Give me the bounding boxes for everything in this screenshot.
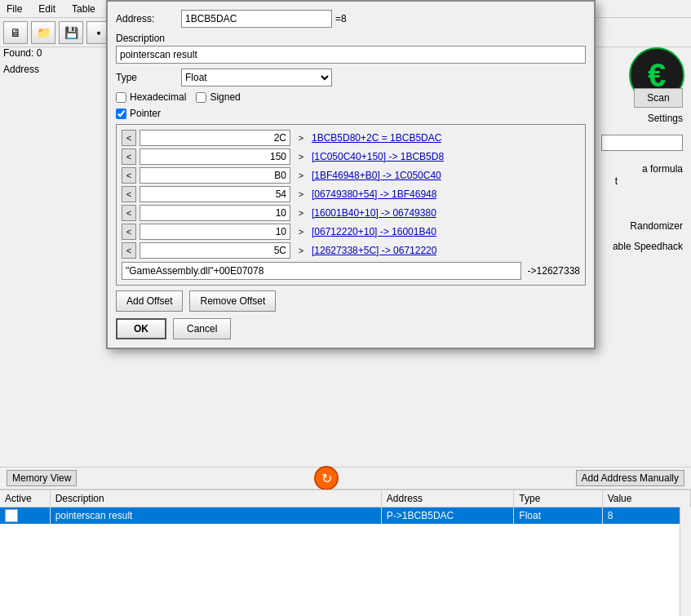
offset-dec-4[interactable]: < bbox=[122, 205, 136, 221]
col-value: Value bbox=[602, 490, 690, 507]
ok-button[interactable]: OK bbox=[116, 318, 166, 339]
offset-input-5[interactable] bbox=[140, 224, 290, 240]
add-address-button[interactable]: Add Address Manually bbox=[576, 470, 684, 486]
memory-view-button[interactable]: Memory View bbox=[7, 470, 77, 486]
pointer-checkbox[interactable] bbox=[116, 109, 126, 119]
pointer-checkbox-row: Pointer bbox=[116, 108, 586, 119]
pointer-link-1[interactable]: [1C050C40+150] -> 1BCB5D8 bbox=[312, 151, 444, 162]
pointer-link-0[interactable]: 1BCB5D80+2C = 1BCB5DAC bbox=[312, 132, 441, 144]
offset-dec-1[interactable]: < bbox=[122, 148, 136, 165]
t-label: t bbox=[615, 175, 618, 187]
row-active bbox=[0, 507, 50, 524]
row-address: P->1BCB5DAC bbox=[381, 507, 513, 524]
arrow-right-5: > bbox=[294, 224, 308, 240]
pointer-section: < > 1BCB5D80+2C = 1BCB5DAC < > [1C050C40… bbox=[116, 124, 586, 286]
base-arrow: ->12627338 bbox=[528, 265, 580, 277]
base-module-input[interactable] bbox=[122, 262, 521, 280]
pointer-row-4: < > [16001B40+10] -> 06749380 bbox=[122, 205, 580, 221]
address-label: Address: bbox=[116, 13, 181, 24]
address-input[interactable] bbox=[181, 10, 332, 28]
row-description: pointerscan result bbox=[50, 507, 381, 524]
type-label: Type bbox=[116, 72, 181, 83]
pointer-link-4[interactable]: [16001B40+10] -> 06749380 bbox=[312, 207, 436, 219]
hexadecimal-label: Hexadecimal bbox=[130, 91, 186, 103]
scan-button[interactable]: Scan bbox=[634, 88, 683, 108]
pointer-row-5: < > [06712220+10] -> 16001B40 bbox=[122, 224, 580, 240]
pointer-link-2[interactable]: [1BF46948+B0] -> 1C050C40 bbox=[312, 170, 441, 181]
found-count: Found: 0 bbox=[3, 47, 42, 59]
settings-label[interactable]: Settings bbox=[648, 113, 683, 124]
offset-input-4[interactable] bbox=[140, 205, 290, 221]
offset-input-6[interactable] bbox=[140, 242, 290, 259]
col-description: Description bbox=[50, 490, 381, 507]
col-type: Type bbox=[514, 490, 602, 507]
menu-table[interactable]: Table bbox=[69, 2, 99, 16]
formula-label[interactable]: a formula bbox=[642, 163, 683, 175]
col-address: Address bbox=[381, 490, 513, 507]
offset-input-0[interactable] bbox=[140, 130, 290, 146]
menu-file[interactable]: File bbox=[3, 2, 25, 16]
bottom-bar: Memory View ↻ Add Address Manually bbox=[0, 467, 691, 490]
pointer-row-0: < > 1BCB5D80+2C = 1BCB5DAC bbox=[122, 130, 580, 146]
checkbox-row: Hexadecimal Signed bbox=[116, 91, 586, 103]
signed-checkbox[interactable] bbox=[196, 92, 206, 103]
pointer-label: Pointer bbox=[130, 108, 161, 119]
pointer-row-3: < > [06749380+54] -> 1BF46948 bbox=[122, 186, 580, 202]
offset-input-2[interactable] bbox=[140, 167, 290, 184]
table-scrollbar[interactable] bbox=[680, 507, 691, 616]
pointer-link-3[interactable]: [06749380+54] -> 1BF46948 bbox=[312, 188, 436, 200]
search-input-right[interactable] bbox=[601, 135, 683, 151]
menu-edit[interactable]: Edit bbox=[35, 2, 59, 16]
folder-button[interactable]: 📁 bbox=[31, 21, 55, 44]
cancel-button[interactable]: Cancel bbox=[173, 318, 231, 339]
address-dialog: Address: =8 Description Type FloatDouble… bbox=[106, 0, 596, 349]
save-button[interactable]: 💾 bbox=[59, 21, 83, 44]
type-row: Type FloatDoubleByte2 Bytes4 Bytes8 Byte… bbox=[116, 69, 586, 86]
monitor-button[interactable]: 🖥 bbox=[3, 21, 28, 44]
offset-dec-3[interactable]: < bbox=[122, 186, 136, 202]
pointer-row-1: < > [1C050C40+150] -> 1BCB5D8 bbox=[122, 148, 580, 165]
address-table-container: Active Description Address Type Value po… bbox=[0, 490, 691, 616]
address-row: Address: =8 bbox=[116, 10, 586, 28]
offset-action-row: Add Offset Remove Offset bbox=[116, 290, 586, 312]
offset-dec-5[interactable]: < bbox=[122, 224, 136, 240]
col-active: Active bbox=[0, 490, 50, 507]
hexadecimal-checkbox[interactable] bbox=[116, 92, 126, 103]
row-value: 8 bbox=[602, 507, 690, 524]
arrow-right-1: > bbox=[294, 148, 308, 165]
speedhack-label[interactable]: able Speedhack bbox=[613, 241, 683, 252]
offset-input-3[interactable] bbox=[140, 186, 290, 202]
description-input[interactable] bbox=[116, 46, 586, 64]
randomizer-label[interactable]: Randomizer bbox=[630, 220, 683, 232]
arrow-right-0: > bbox=[294, 130, 308, 146]
table-row[interactable]: pointerscan result P->1BCB5DAC Float 8 bbox=[0, 507, 691, 524]
offset-dec-0[interactable]: < bbox=[122, 130, 136, 146]
signed-checkbox-label[interactable]: Signed bbox=[196, 91, 240, 103]
offset-dec-2[interactable]: < bbox=[122, 167, 136, 184]
hexadecimal-checkbox-label[interactable]: Hexadecimal bbox=[116, 91, 186, 103]
address-column-label: Address bbox=[3, 64, 39, 75]
row-type: Float bbox=[514, 507, 602, 524]
address-suffix: =8 bbox=[335, 13, 347, 24]
offset-input-1[interactable] bbox=[140, 148, 290, 165]
description-row: Description bbox=[116, 33, 586, 64]
type-select[interactable]: FloatDoubleByte2 Bytes4 Bytes8 BytesStri… bbox=[181, 69, 332, 86]
arrow-right-2: > bbox=[294, 167, 308, 184]
pointer-row-2: < > [1BF46948+B0] -> 1C050C40 bbox=[122, 167, 580, 184]
base-module-row: ->12627338 bbox=[122, 262, 580, 280]
pointer-link-5[interactable]: [06712220+10] -> 16001B40 bbox=[312, 226, 436, 237]
address-table: Active Description Address Type Value po… bbox=[0, 490, 691, 524]
signed-label: Signed bbox=[210, 91, 240, 103]
description-label: Description bbox=[116, 33, 586, 44]
arrow-right-4: > bbox=[294, 205, 308, 221]
scan-indicator: ↻ bbox=[314, 466, 339, 490]
pointer-link-6[interactable]: [12627338+5C] -> 06712220 bbox=[312, 245, 436, 256]
offset-dec-6[interactable]: < bbox=[122, 242, 136, 259]
pointer-row-6: < > [12627338+5C] -> 06712220 bbox=[122, 242, 580, 259]
add-offset-button[interactable]: Add Offset bbox=[116, 290, 183, 312]
arrow-right-3: > bbox=[294, 186, 308, 202]
arrow-right-6: > bbox=[294, 242, 308, 259]
remove-offset-button[interactable]: Remove Offset bbox=[189, 290, 276, 312]
dialog-btn-row: OK Cancel bbox=[116, 318, 586, 339]
